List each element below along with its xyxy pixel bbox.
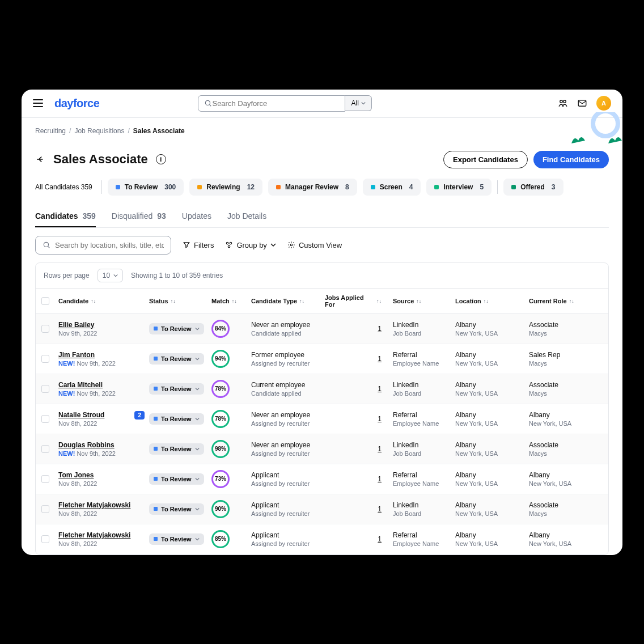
jobs-applied-count[interactable]: 1	[325, 505, 393, 513]
candidate-name-link[interactable]: Douglas Robbins	[58, 441, 149, 449]
col-candidate[interactable]: Candidate↑↓	[58, 294, 149, 308]
candidate-name-link[interactable]: Tom Jones	[58, 471, 149, 479]
row-checkbox[interactable]	[41, 535, 49, 543]
status-select[interactable]: To Review	[149, 383, 204, 395]
current-role-sub: Macys	[529, 330, 603, 337]
candidate-type: Current employee	[251, 381, 325, 389]
candidate-search[interactable]	[35, 236, 171, 255]
crumb-requisitions[interactable]: Job Requisitions	[74, 127, 124, 135]
col-candidate-type[interactable]: Candidate Type↑↓	[251, 294, 325, 308]
jobs-applied-count[interactable]: 1	[325, 385, 393, 393]
row-checkbox[interactable]	[41, 385, 49, 393]
status-select[interactable]: To Review	[149, 323, 204, 334]
back-arrow-icon[interactable]	[35, 154, 45, 164]
search-input-wrap[interactable]	[198, 95, 345, 112]
row-checkbox[interactable]	[41, 415, 49, 423]
select-all-checkbox[interactable]	[41, 297, 49, 305]
jobs-applied-count[interactable]: 1	[325, 475, 393, 483]
tab-candidates[interactable]: Candidates359	[35, 211, 96, 227]
status-select[interactable]: To Review	[149, 353, 204, 365]
row-checkbox[interactable]	[41, 325, 49, 333]
stage-pill-interview[interactable]: Interview5	[426, 179, 492, 196]
col-match[interactable]: Match↑↓	[211, 294, 251, 308]
col-location[interactable]: Location↑↓	[455, 294, 529, 308]
all-candidates-summary[interactable]: All Candidates 359	[35, 183, 92, 191]
candidate-name-link[interactable]: Fletcher Matyjakowski	[58, 531, 149, 539]
svg-point-6	[44, 242, 48, 247]
tab-updates[interactable]: Updates	[182, 211, 211, 227]
jobs-applied-count[interactable]: 1	[325, 355, 393, 363]
svg-line-1	[210, 105, 211, 107]
status-select[interactable]: To Review	[149, 443, 204, 455]
menu-icon[interactable]	[33, 99, 43, 107]
search-icon	[43, 241, 50, 249]
source-sub: Job Board	[393, 390, 455, 397]
filters-button[interactable]: Filters	[183, 241, 214, 249]
status-select[interactable]: To Review	[149, 503, 204, 515]
match-score-ring: 94%	[211, 350, 230, 368]
match-score-ring: 85%	[211, 530, 230, 548]
mail-icon[interactable]	[577, 98, 587, 108]
find-candidates-button[interactable]: Find Candidates	[533, 151, 609, 168]
people-icon[interactable]	[558, 98, 568, 108]
svg-point-0	[206, 100, 210, 105]
jobs-applied-count[interactable]: 1	[325, 535, 393, 543]
table-header: Candidate↑↓ Status↑↓ Match↑↓ Candidate T…	[36, 288, 608, 314]
stage-pill-to-review[interactable]: To Review300	[108, 179, 184, 196]
source: LinkedIn	[393, 381, 455, 389]
candidate-date: Nov 8th, 2022	[58, 420, 149, 427]
status-label: To Review	[161, 506, 192, 512]
crumb-recruiting[interactable]: Recruiting	[35, 127, 66, 135]
location: Albany	[455, 531, 529, 539]
jobs-applied-count[interactable]: 1	[325, 325, 393, 333]
sort-icon: ↑↓	[569, 298, 574, 304]
breadcrumb: Recruiting/ Job Requisitions/ Sales Asso…	[35, 127, 609, 135]
table-row: Ellie Bailey Nov 9th, 2022 To Review 84%…	[36, 314, 608, 344]
row-checkbox[interactable]	[41, 355, 49, 363]
current-role: Associate	[529, 321, 603, 329]
info-icon[interactable]: i	[156, 154, 166, 164]
candidate-search-input[interactable]	[55, 241, 164, 249]
stage-pill-offered[interactable]: Offered3	[503, 179, 563, 196]
candidate-name-link[interactable]: Ellie Bailey	[58, 321, 149, 329]
stage-pill-manager-review[interactable]: Manager Review8	[268, 179, 357, 196]
search-scope-select[interactable]: All	[345, 95, 371, 111]
stage-pill-reviewing[interactable]: Reviewing12	[189, 179, 262, 196]
candidate-name-link[interactable]: Carla Mitchell	[58, 381, 149, 389]
export-candidates-button[interactable]: Export Candidates	[443, 151, 528, 168]
source-sub: Employee Name	[393, 480, 455, 487]
candidate-name-link[interactable]: Fletcher Matyjakowski	[58, 501, 149, 509]
col-jobs-applied[interactable]: Jobs Applied For↑↓	[325, 294, 393, 308]
table-row: Fletcher Matyjakowski Nov 8th, 2022 To R…	[36, 524, 608, 554]
row-checkbox[interactable]	[41, 445, 49, 453]
current-role: Associate	[529, 441, 603, 449]
all-candidates-label: All Candidates	[35, 183, 79, 191]
tab-label: Updates	[182, 211, 211, 222]
col-current-role[interactable]: Current Role↑↓	[529, 294, 603, 308]
tab-job-details[interactable]: Job Details	[227, 211, 266, 227]
col-source[interactable]: Source↑↓	[393, 294, 455, 308]
rows-per-page-select[interactable]: 10	[98, 269, 123, 282]
all-candidates-count: 359	[81, 183, 92, 191]
stage-count: 4	[409, 183, 413, 191]
candidate-name-link[interactable]: Jim Fanton	[58, 351, 149, 359]
candidate-date: Nov 8th, 2022	[58, 480, 149, 487]
avatar[interactable]: A	[596, 96, 611, 111]
custom-view-button[interactable]: Custom View	[287, 241, 342, 249]
tab-disqualified[interactable]: Disqualified93	[112, 211, 166, 227]
jobs-applied-count[interactable]: 1	[325, 415, 393, 423]
jobs-applied-count[interactable]: 1	[325, 445, 393, 453]
source-sub: Job Board	[393, 450, 455, 457]
search-input[interactable]	[212, 99, 339, 108]
group-by-button[interactable]: Group by	[225, 241, 276, 249]
chevron-down-icon	[270, 242, 276, 248]
status-color-swatch	[154, 327, 158, 331]
row-checkbox[interactable]	[41, 505, 49, 513]
candidate-date: NEW! Nov 9th, 2022	[58, 390, 149, 397]
row-checkbox[interactable]	[41, 475, 49, 483]
status-select[interactable]: To Review	[149, 473, 204, 485]
col-status[interactable]: Status↑↓	[149, 294, 211, 308]
status-select[interactable]: To Review	[149, 413, 204, 425]
status-select[interactable]: To Review	[149, 533, 204, 545]
stage-pill-screen[interactable]: Screen4	[363, 179, 421, 196]
